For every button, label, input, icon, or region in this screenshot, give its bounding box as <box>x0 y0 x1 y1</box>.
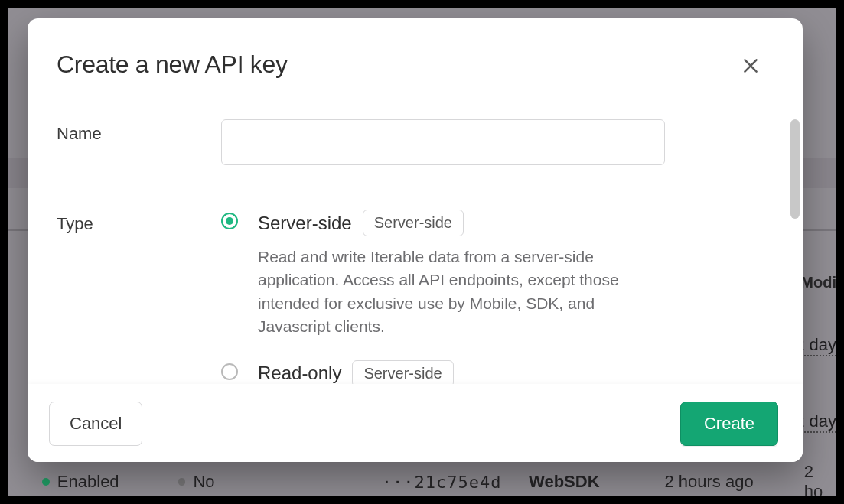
radio-content: Server-side Server-side Read and write I… <box>258 210 711 339</box>
cell-modified: 2 ho <box>804 462 836 496</box>
close-button[interactable] <box>735 50 766 81</box>
status-dot-icon <box>42 478 50 486</box>
name-input[interactable] <box>221 119 665 165</box>
close-icon <box>741 56 761 76</box>
radio-badge: Server-side <box>363 210 464 236</box>
key-prefix: ··· <box>382 473 415 492</box>
modal-body: Name Type Server-side Server-side Read a… <box>28 89 803 384</box>
radio-title: Read-only <box>258 363 341 384</box>
jwt-dot-icon <box>178 478 186 486</box>
table-row[interactable]: Enabled No ···21c75e4d WebSDK 2 hours ag… <box>8 463 836 496</box>
name-label: Name <box>57 119 221 144</box>
radio-icon[interactable] <box>221 363 238 380</box>
radio-badge: Server-side <box>352 360 453 384</box>
modal-title: Create a new API key <box>57 50 288 79</box>
modal-header: Create a new API key <box>28 18 803 89</box>
radio-content: Read-only Server-side <box>258 360 711 384</box>
radio-option-server-side[interactable]: Server-side Server-side Read and write I… <box>221 210 711 339</box>
cell-status: Enabled <box>57 472 178 492</box>
cell-key: ···21c75e4d <box>382 473 529 492</box>
key-suffix: 21c75e4d <box>415 473 502 492</box>
field-type-row: Type Server-side Server-side Read and wr… <box>57 210 774 384</box>
radio-icon[interactable] <box>221 213 238 229</box>
cell-name: WebSDK <box>529 472 664 492</box>
type-radio-group: Server-side Server-side Read and write I… <box>221 210 711 384</box>
table-header-modified: Modi <box>800 274 836 291</box>
radio-description: Read and write Iterable data from a serv… <box>258 245 665 339</box>
field-name-row: Name <box>57 119 774 165</box>
radio-title: Server-side <box>258 213 352 234</box>
cell-created: 2 hours ago <box>664 472 803 492</box>
modal-footer: Cancel Create <box>28 384 803 462</box>
type-label: Type <box>57 210 221 234</box>
cell-jwt: No <box>193 472 381 492</box>
radio-option-read-only[interactable]: Read-only Server-side <box>221 360 711 384</box>
cancel-button[interactable]: Cancel <box>49 402 142 446</box>
create-api-key-modal: Create a new API key Name Type Server-si… <box>28 18 803 462</box>
create-button[interactable]: Create <box>680 402 778 446</box>
